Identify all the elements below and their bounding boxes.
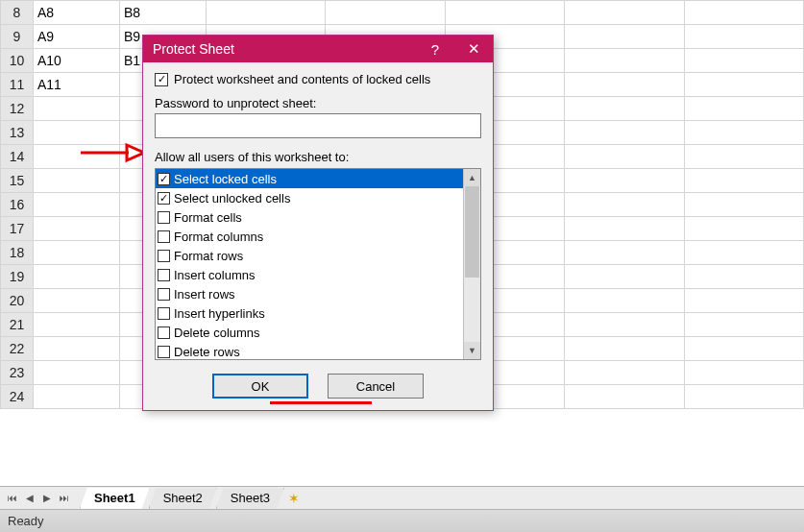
close-icon[interactable]: ✕: [454, 36, 493, 62]
sheet-tab[interactable]: Sheet1: [80, 488, 150, 509]
permission-checkbox[interactable]: [158, 173, 170, 185]
cell[interactable]: [565, 73, 684, 97]
row-header[interactable]: 8: [1, 1, 34, 25]
cell[interactable]: [34, 361, 120, 385]
row-header[interactable]: 19: [1, 265, 34, 289]
cell[interactable]: [565, 385, 684, 409]
password-input[interactable]: [155, 113, 481, 138]
cell[interactable]: A8: [34, 1, 120, 25]
cell[interactable]: [565, 25, 684, 49]
cell[interactable]: [34, 169, 120, 193]
permission-item[interactable]: Delete rows: [156, 342, 463, 359]
cell[interactable]: [684, 265, 803, 289]
cell[interactable]: [684, 97, 803, 121]
row-header[interactable]: 17: [1, 217, 34, 241]
scroll-thumb[interactable]: [465, 186, 479, 278]
row-header[interactable]: 24: [1, 385, 34, 409]
cell[interactable]: [684, 49, 803, 73]
tab-nav-next-icon[interactable]: ▶: [38, 490, 56, 507]
cell[interactable]: [684, 193, 803, 217]
permission-checkbox[interactable]: [158, 288, 170, 301]
cell[interactable]: [34, 217, 120, 241]
sheet-tab[interactable]: Sheet2: [149, 488, 217, 509]
cell[interactable]: [684, 1, 803, 25]
permission-item[interactable]: Format rows: [156, 246, 463, 265]
row-header[interactable]: 18: [1, 241, 34, 265]
cell[interactable]: [565, 121, 684, 145]
tab-nav-first-icon[interactable]: ⏮: [4, 490, 21, 507]
row-header[interactable]: 14: [1, 145, 34, 169]
cell[interactable]: [565, 289, 684, 313]
cell[interactable]: [684, 145, 803, 169]
cell[interactable]: [684, 217, 803, 241]
scrollbar[interactable]: ▲ ▼: [463, 169, 480, 359]
cell[interactable]: [565, 193, 684, 217]
cell[interactable]: A9: [34, 25, 120, 49]
cell[interactable]: [684, 73, 803, 97]
cell[interactable]: [565, 49, 684, 73]
cell[interactable]: [684, 337, 803, 361]
cancel-button[interactable]: Cancel: [328, 374, 424, 399]
permission-checkbox[interactable]: [158, 230, 170, 243]
cell[interactable]: B8: [120, 1, 207, 25]
row-header[interactable]: 9: [1, 25, 34, 49]
cell[interactable]: [565, 241, 684, 265]
cell[interactable]: [34, 121, 120, 145]
row-header[interactable]: 23: [1, 361, 34, 385]
cell[interactable]: [565, 169, 684, 193]
permission-item[interactable]: Format cells: [156, 207, 463, 227]
cell[interactable]: [565, 1, 684, 25]
permission-checkbox[interactable]: [158, 346, 170, 358]
sheet-tab[interactable]: Sheet3: [216, 488, 284, 509]
cell[interactable]: [34, 385, 120, 409]
scroll-up-icon[interactable]: ▲: [464, 169, 480, 186]
permission-item[interactable]: Insert hyperlinks: [156, 303, 463, 323]
permission-item[interactable]: Format columns: [156, 227, 463, 246]
permission-checkbox[interactable]: [158, 307, 170, 320]
row-header[interactable]: 16: [1, 193, 34, 217]
permission-checkbox[interactable]: [158, 326, 170, 339]
tab-nav-last-icon[interactable]: ⏭: [56, 490, 73, 507]
cell[interactable]: [565, 313, 684, 337]
cell[interactable]: [684, 289, 803, 313]
permission-item[interactable]: Insert columns: [156, 265, 463, 284]
row-header[interactable]: 11: [1, 73, 34, 97]
row-header[interactable]: 22: [1, 337, 34, 361]
scroll-down-icon[interactable]: ▼: [464, 342, 480, 359]
cell[interactable]: [684, 313, 803, 337]
help-icon[interactable]: ?: [416, 36, 454, 62]
cell[interactable]: [684, 361, 803, 385]
cell[interactable]: [445, 1, 564, 25]
permissions-list[interactable]: Select locked cellsSelect unlocked cells…: [155, 168, 481, 360]
cell[interactable]: [684, 121, 803, 145]
cell[interactable]: [34, 97, 120, 121]
row-header[interactable]: 20: [1, 289, 34, 313]
cell[interactable]: A10: [34, 49, 120, 73]
protect-checkbox[interactable]: [155, 73, 168, 86]
row-header[interactable]: 10: [1, 49, 34, 73]
cell[interactable]: [34, 193, 120, 217]
permission-item[interactable]: Select unlocked cells: [156, 188, 463, 207]
cell[interactable]: [684, 241, 803, 265]
cell[interactable]: [34, 265, 120, 289]
permission-checkbox[interactable]: [158, 211, 170, 224]
ok-button[interactable]: OK: [212, 374, 308, 399]
row-header[interactable]: 12: [1, 97, 34, 121]
cell[interactable]: [34, 241, 120, 265]
cell[interactable]: [684, 169, 803, 193]
cell[interactable]: [565, 337, 684, 361]
cell[interactable]: [684, 25, 803, 49]
new-sheet-icon[interactable]: ✶: [284, 491, 304, 506]
permission-item[interactable]: Delete columns: [156, 323, 463, 342]
permission-item[interactable]: Select locked cells: [156, 169, 463, 188]
dialog-titlebar[interactable]: Protect Sheet ? ✕: [143, 36, 493, 62]
cell[interactable]: A11: [34, 73, 120, 97]
cell[interactable]: [207, 1, 326, 25]
tab-nav-prev-icon[interactable]: ◀: [21, 490, 38, 507]
cell[interactable]: [684, 385, 803, 409]
permission-checkbox[interactable]: [158, 192, 170, 205]
permission-item[interactable]: Insert rows: [156, 284, 463, 303]
permission-checkbox[interactable]: [158, 250, 170, 262]
cell[interactable]: [34, 289, 120, 313]
cell[interactable]: [565, 217, 684, 241]
